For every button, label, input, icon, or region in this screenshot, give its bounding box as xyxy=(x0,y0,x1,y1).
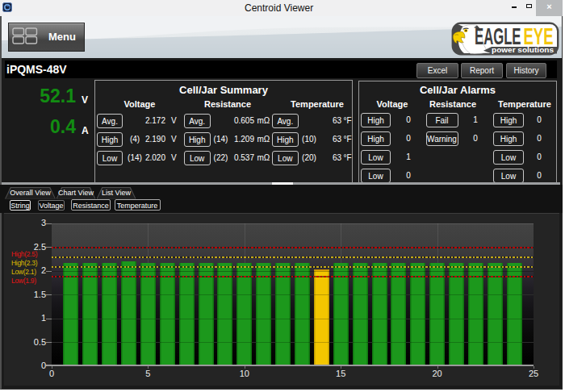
svg-text:power solutions: power solutions xyxy=(492,45,554,54)
